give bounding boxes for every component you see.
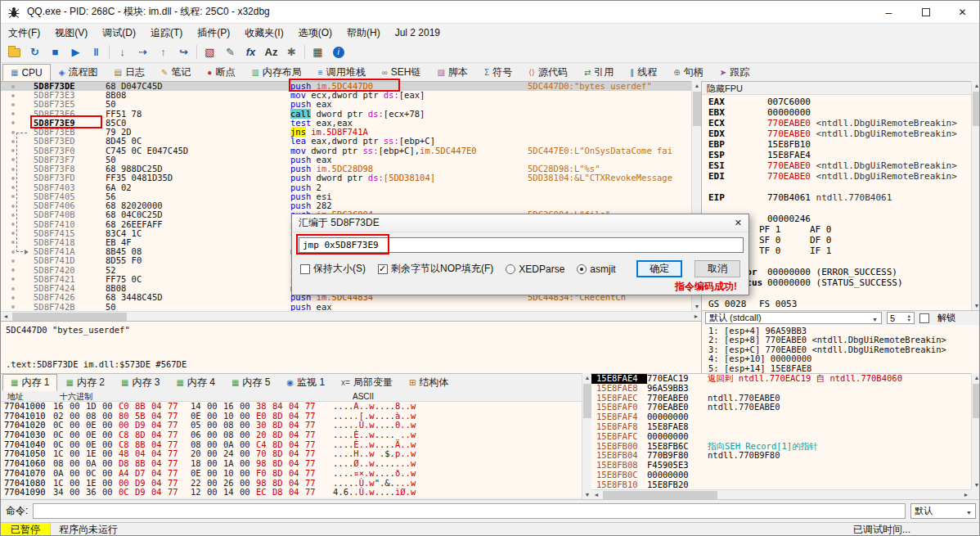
argument-line[interactable]: 4: [esp+10] 00000000: [708, 354, 980, 363]
execute-till-return-button[interactable]: ↑: [153, 43, 173, 61]
hex-byte[interactable]: C8: [119, 430, 135, 440]
comment-button[interactable]: ✎: [220, 43, 241, 61]
hex-byte[interactable]: 14: [191, 402, 207, 412]
hex-byte[interactable]: 77: [168, 402, 184, 412]
hex-byte[interactable]: 04: [151, 488, 168, 498]
calculator-button[interactable]: ▦: [308, 43, 328, 61]
hex-byte[interactable]: F0: [256, 469, 272, 479]
hex-byte[interactable]: D8: [272, 488, 289, 498]
dialog-close-button[interactable]: [735, 218, 742, 228]
hex-byte[interactable]: 36: [86, 488, 102, 498]
dump-row[interactable]: 770410700A000C00A4D704770E001000F08D0477…: [1, 469, 582, 479]
tab-graph[interactable]: ◈流程图: [51, 64, 106, 81]
scroll-thumb[interactable]: [603, 491, 717, 499]
hex-byte[interactable]: 10: [223, 469, 240, 479]
disasm-row[interactable]: 5D8F73F0C745 0C E047C45Dmov dword ptr ss…: [1, 146, 691, 155]
hex-byte[interactable]: 04: [151, 402, 168, 412]
breakpoint-dot-icon[interactable]: [11, 296, 15, 300]
hex-byte[interactable]: 38: [256, 402, 272, 412]
disasm-row[interactable]: 5D8F742B50push eax: [1, 303, 691, 311]
maximize-button[interactable]: [907, 1, 944, 23]
hex-byte[interactable]: 04: [151, 469, 168, 479]
hex-byte[interactable]: 00: [70, 430, 86, 440]
hex-byte[interactable]: 04: [289, 430, 305, 440]
disasm-gutter[interactable]: [1, 275, 34, 284]
breakpoint-dot-icon[interactable]: [11, 168, 15, 171]
hex-byte[interactable]: 77: [305, 469, 321, 479]
hex-byte[interactable]: 77: [168, 488, 184, 498]
hex-byte[interactable]: 00: [102, 430, 119, 440]
breakpoint-dot-icon[interactable]: [11, 140, 15, 143]
hex-byte[interactable]: 0E: [86, 430, 102, 440]
about-button[interactable]: i: [328, 43, 348, 61]
disasm-gutter[interactable]: [1, 256, 34, 265]
step-into-button[interactable]: ↓: [112, 43, 133, 61]
scroll-thumb[interactable]: [973, 384, 980, 418]
tab-locals[interactable]: x=局部变量: [333, 374, 401, 391]
hex-byte[interactable]: 00: [102, 469, 119, 479]
stack-row[interactable]: 15E8FAE896A59BB3: [591, 384, 971, 394]
hex-byte[interactable]: 0C: [119, 488, 135, 498]
tab-log[interactable]: ▤日志: [106, 64, 153, 81]
breakpoint-dot-icon[interactable]: [11, 112, 15, 115]
pause-button[interactable]: ‖: [86, 43, 106, 61]
breakpoint-dot-icon[interactable]: [11, 94, 15, 97]
scroll-up-icon[interactable]: [972, 81, 980, 90]
tab-handles[interactable]: ⊕句柄: [665, 64, 711, 81]
engine-radio-asmjit[interactable]: asmjit: [577, 263, 615, 275]
stack-row[interactable]: 15E8FAF815E8FAE8: [591, 422, 971, 432]
breakpoint-dot-icon[interactable]: [11, 195, 15, 198]
tab-seh[interactable]: ∞SEH链: [374, 64, 429, 81]
stack-vscrollbar[interactable]: [971, 373, 980, 489]
argument-line[interactable]: 5: [esp+14] 15E8FAE8: [708, 364, 980, 373]
breakpoint-dot-icon[interactable]: [11, 241, 15, 244]
hex-byte[interactable]: 08: [223, 430, 240, 440]
tab-threads[interactable]: ∥线程: [622, 64, 665, 81]
tab-script[interactable]: ▨脚本: [429, 64, 476, 81]
hex-byte[interactable]: 04: [289, 402, 305, 412]
stack-row[interactable]: 15E8FAFC00000000: [591, 432, 971, 442]
run-to-user-code-button[interactable]: ↪: [173, 43, 194, 61]
tab-symbols[interactable]: Σ符号: [476, 64, 520, 81]
hex-byte[interactable]: 00: [240, 402, 256, 412]
hex-byte[interactable]: 00: [207, 402, 223, 412]
disasm-row[interactable]: 5D8F73E38B08mov ecx,dword ptr ds:[eax]: [1, 91, 691, 100]
disasm-gutter[interactable]: [1, 82, 34, 91]
breakpoint-dot-icon[interactable]: [11, 214, 15, 217]
disasm-gutter[interactable]: [1, 303, 34, 311]
disasm-gutter[interactable]: [1, 293, 34, 302]
hex-byte[interactable]: 00: [102, 402, 119, 412]
hex-byte[interactable]: 77: [305, 402, 321, 412]
hex-byte[interactable]: 34: [53, 488, 70, 498]
hex-byte[interactable]: 0E: [191, 469, 207, 479]
hex-byte[interactable]: 8D: [272, 430, 289, 440]
hex-byte[interactable]: 00: [207, 430, 223, 440]
disasm-gutter[interactable]: [1, 119, 34, 128]
tab-dump-5[interactable]: ▦内存 5: [223, 374, 278, 391]
step-over-button[interactable]: ⇢: [133, 43, 153, 61]
tab-call-stack[interactable]: ≡调用堆栈: [310, 64, 374, 81]
tab-breakpoints[interactable]: ●断点: [199, 64, 243, 81]
stack-row[interactable]: 15E8FB1015E8FB20: [591, 480, 971, 489]
assemble-dialog-titlebar[interactable]: 汇编于 5D8F73DE: [292, 214, 748, 232]
hex-byte[interactable]: 16: [223, 402, 240, 412]
run-button[interactable]: ▶: [65, 43, 86, 61]
open-file-button[interactable]: [4, 43, 25, 61]
hex-byte[interactable]: D7: [135, 469, 151, 479]
register-row[interactable]: EBX00000000: [702, 107, 971, 118]
register-row[interactable]: ECX770EABE0 <ntdll.DbgUiRemoteBreakin>: [702, 118, 971, 128]
disasm-gutter[interactable]: [1, 91, 34, 100]
hex-byte[interactable]: 20: [256, 430, 272, 440]
hex-byte[interactable]: 00: [70, 488, 86, 498]
patches-button[interactable]: ▧: [200, 43, 220, 61]
hex-byte[interactable]: 00: [240, 488, 256, 498]
tab-dump-2[interactable]: ▦内存 2: [57, 374, 112, 391]
close-button[interactable]: [944, 1, 980, 23]
function-button[interactable]: fx: [241, 43, 261, 61]
hex-byte[interactable]: EC: [256, 488, 272, 498]
hex-byte[interactable]: 77: [305, 430, 321, 440]
dump-row[interactable]: 770410300C000E00C88D047706000800208D0477…: [1, 430, 582, 440]
breakpoint-dot-icon[interactable]: [11, 158, 15, 161]
disasm-row[interactable]: 5D8F73FDFF35 0481D35Dpush dword ptr ds:[…: [1, 173, 691, 182]
hex-byte[interactable]: 04: [151, 430, 168, 440]
